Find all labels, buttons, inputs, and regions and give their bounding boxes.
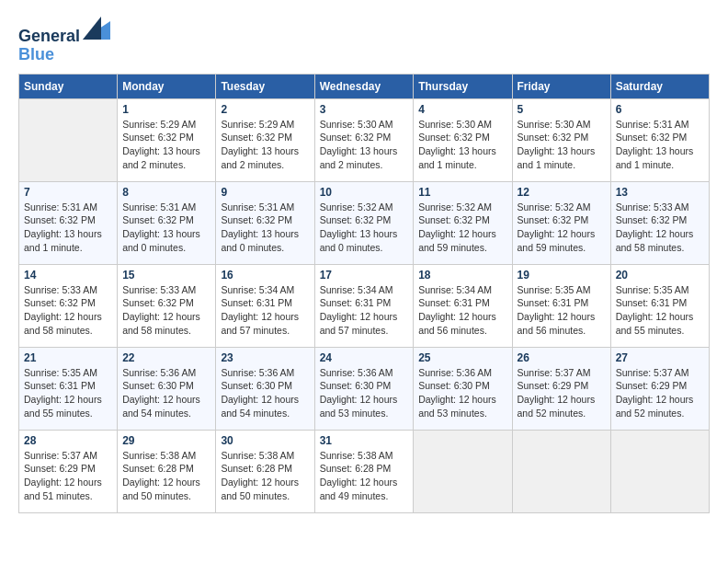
calendar-cell: 10Sunrise: 5:32 AM Sunset: 6:32 PM Dayli… — [314, 181, 414, 264]
day-info: Sunrise: 5:33 AM Sunset: 6:32 PM Dayligh… — [122, 283, 210, 338]
day-number: 26 — [518, 351, 606, 364]
calendar-cell: 19Sunrise: 5:35 AM Sunset: 6:31 PM Dayli… — [512, 264, 610, 347]
weekday-friday: Friday — [512, 74, 610, 98]
day-number: 7 — [24, 186, 112, 199]
calendar-cell: 4Sunrise: 5:30 AM Sunset: 6:32 PM Daylig… — [414, 98, 512, 181]
day-info: Sunrise: 5:30 AM Sunset: 6:32 PM Dayligh… — [320, 118, 409, 172]
calendar-cell: 2Sunrise: 5:29 AM Sunset: 6:32 PM Daylig… — [216, 98, 314, 181]
weekday-saturday: Saturday — [610, 74, 709, 98]
day-number: 22 — [122, 351, 210, 364]
calendar-cell: 31Sunrise: 5:38 AM Sunset: 6:28 PM Dayli… — [314, 430, 414, 512]
day-info: Sunrise: 5:32 AM Sunset: 6:32 PM Dayligh… — [418, 201, 506, 255]
calendar-table: SundayMondayTuesdayWednesdayThursdayFrid… — [18, 74, 710, 513]
day-info: Sunrise: 5:29 AM Sunset: 6:32 PM Dayligh… — [221, 118, 309, 172]
day-info: Sunrise: 5:31 AM Sunset: 6:32 PM Dayligh… — [616, 118, 704, 172]
day-number: 17 — [320, 269, 409, 282]
calendar-week-row: 7Sunrise: 5:31 AM Sunset: 6:32 PM Daylig… — [19, 181, 710, 264]
day-info: Sunrise: 5:37 AM Sunset: 6:29 PM Dayligh… — [616, 366, 704, 420]
day-number: 19 — [518, 269, 606, 282]
day-info: Sunrise: 5:35 AM Sunset: 6:31 PM Dayligh… — [24, 366, 112, 420]
day-info: Sunrise: 5:31 AM Sunset: 6:32 PM Dayligh… — [122, 201, 210, 255]
day-info: Sunrise: 5:36 AM Sunset: 6:30 PM Dayligh… — [122, 366, 210, 420]
day-number: 8 — [122, 186, 210, 199]
day-number: 27 — [616, 351, 704, 364]
weekday-tuesday: Tuesday — [216, 74, 314, 98]
day-number: 6 — [616, 103, 704, 116]
calendar-cell: 8Sunrise: 5:31 AM Sunset: 6:32 PM Daylig… — [118, 181, 216, 264]
day-info: Sunrise: 5:36 AM Sunset: 6:30 PM Dayligh… — [418, 366, 506, 420]
day-info: Sunrise: 5:35 AM Sunset: 6:31 PM Dayligh… — [616, 283, 704, 338]
day-number: 20 — [616, 269, 704, 282]
day-info: Sunrise: 5:33 AM Sunset: 6:32 PM Dayligh… — [616, 201, 704, 255]
weekday-thursday: Thursday — [414, 74, 512, 98]
calendar-cell: 28Sunrise: 5:37 AM Sunset: 6:29 PM Dayli… — [19, 430, 118, 512]
day-number: 21 — [24, 351, 112, 364]
calendar-cell: 30Sunrise: 5:38 AM Sunset: 6:28 PM Dayli… — [216, 430, 314, 512]
calendar-cell: 17Sunrise: 5:34 AM Sunset: 6:31 PM Dayli… — [314, 264, 414, 347]
day-info: Sunrise: 5:34 AM Sunset: 6:31 PM Dayligh… — [221, 283, 309, 338]
day-number: 18 — [418, 269, 506, 282]
calendar-cell — [414, 430, 512, 512]
calendar-cell: 15Sunrise: 5:33 AM Sunset: 6:32 PM Dayli… — [118, 264, 216, 347]
day-info: Sunrise: 5:30 AM Sunset: 6:32 PM Dayligh… — [518, 118, 606, 172]
calendar-cell: 22Sunrise: 5:36 AM Sunset: 6:30 PM Dayli… — [118, 347, 216, 430]
day-number: 14 — [24, 269, 112, 282]
calendar-cell — [19, 98, 118, 181]
page-header: General Blue — [18, 18, 710, 64]
weekday-sunday: Sunday — [19, 74, 118, 98]
day-info: Sunrise: 5:38 AM Sunset: 6:28 PM Dayligh… — [320, 449, 409, 503]
day-number: 4 — [418, 103, 506, 116]
logo: General Blue — [18, 18, 110, 64]
calendar-week-row: 28Sunrise: 5:37 AM Sunset: 6:29 PM Dayli… — [19, 430, 710, 512]
day-number: 15 — [122, 269, 210, 282]
calendar-cell: 11Sunrise: 5:32 AM Sunset: 6:32 PM Dayli… — [414, 181, 512, 264]
calendar-cell: 18Sunrise: 5:34 AM Sunset: 6:31 PM Dayli… — [414, 264, 512, 347]
day-number: 1 — [122, 103, 210, 116]
day-number: 13 — [616, 186, 704, 199]
day-info: Sunrise: 5:31 AM Sunset: 6:32 PM Dayligh… — [221, 201, 309, 255]
calendar-week-row: 14Sunrise: 5:33 AM Sunset: 6:32 PM Dayli… — [19, 264, 710, 347]
day-info: Sunrise: 5:36 AM Sunset: 6:30 PM Dayligh… — [320, 366, 409, 420]
calendar-cell: 29Sunrise: 5:38 AM Sunset: 6:28 PM Dayli… — [118, 430, 216, 512]
day-number: 16 — [221, 269, 309, 282]
calendar-cell: 1Sunrise: 5:29 AM Sunset: 6:32 PM Daylig… — [118, 98, 216, 181]
logo-icon — [83, 17, 110, 40]
calendar-cell: 20Sunrise: 5:35 AM Sunset: 6:31 PM Dayli… — [610, 264, 709, 347]
calendar-cell: 16Sunrise: 5:34 AM Sunset: 6:31 PM Dayli… — [216, 264, 314, 347]
calendar-cell: 3Sunrise: 5:30 AM Sunset: 6:32 PM Daylig… — [314, 98, 414, 181]
svg-marker-1 — [83, 17, 101, 40]
calendar-cell: 27Sunrise: 5:37 AM Sunset: 6:29 PM Dayli… — [610, 347, 709, 430]
logo-text: General Blue — [18, 18, 110, 64]
calendar-cell: 23Sunrise: 5:36 AM Sunset: 6:30 PM Dayli… — [216, 347, 314, 430]
day-number: 29 — [122, 434, 210, 447]
day-info: Sunrise: 5:37 AM Sunset: 6:29 PM Dayligh… — [518, 366, 606, 420]
weekday-header-row: SundayMondayTuesdayWednesdayThursdayFrid… — [19, 74, 710, 98]
calendar-cell: 5Sunrise: 5:30 AM Sunset: 6:32 PM Daylig… — [512, 98, 610, 181]
day-info: Sunrise: 5:38 AM Sunset: 6:28 PM Dayligh… — [221, 449, 309, 503]
day-info: Sunrise: 5:36 AM Sunset: 6:30 PM Dayligh… — [221, 366, 309, 420]
day-number: 12 — [518, 186, 606, 199]
calendar-cell: 26Sunrise: 5:37 AM Sunset: 6:29 PM Dayli… — [512, 347, 610, 430]
day-info: Sunrise: 5:33 AM Sunset: 6:32 PM Dayligh… — [24, 283, 112, 338]
day-info: Sunrise: 5:37 AM Sunset: 6:29 PM Dayligh… — [24, 449, 112, 503]
calendar-cell: 12Sunrise: 5:32 AM Sunset: 6:32 PM Dayli… — [512, 181, 610, 264]
calendar-cell: 7Sunrise: 5:31 AM Sunset: 6:32 PM Daylig… — [19, 181, 118, 264]
day-number: 24 — [320, 351, 409, 364]
day-info: Sunrise: 5:29 AM Sunset: 6:32 PM Dayligh… — [122, 118, 210, 172]
calendar-week-row: 21Sunrise: 5:35 AM Sunset: 6:31 PM Dayli… — [19, 347, 710, 430]
day-number: 10 — [320, 186, 409, 199]
day-number: 31 — [320, 434, 409, 447]
day-info: Sunrise: 5:32 AM Sunset: 6:32 PM Dayligh… — [320, 201, 409, 255]
calendar-cell — [512, 430, 610, 512]
day-number: 3 — [320, 103, 409, 116]
calendar-cell: 6Sunrise: 5:31 AM Sunset: 6:32 PM Daylig… — [610, 98, 709, 181]
day-number: 5 — [518, 103, 606, 116]
day-number: 2 — [221, 103, 309, 116]
day-info: Sunrise: 5:34 AM Sunset: 6:31 PM Dayligh… — [320, 283, 409, 338]
calendar-body: 1Sunrise: 5:29 AM Sunset: 6:32 PM Daylig… — [19, 98, 710, 512]
day-number: 30 — [221, 434, 309, 447]
calendar-cell — [610, 430, 709, 512]
calendar-week-row: 1Sunrise: 5:29 AM Sunset: 6:32 PM Daylig… — [19, 98, 710, 181]
calendar-cell: 14Sunrise: 5:33 AM Sunset: 6:32 PM Dayli… — [19, 264, 118, 347]
day-number: 28 — [24, 434, 112, 447]
